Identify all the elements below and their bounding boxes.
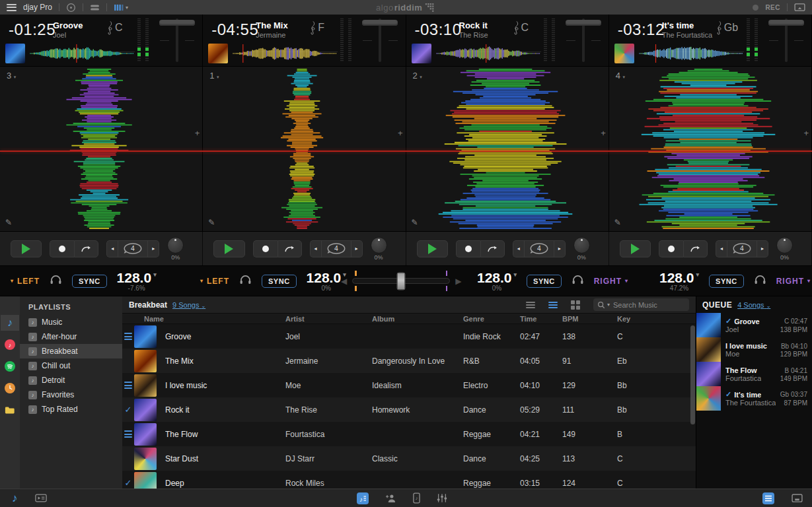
rail-item-files[interactable] — [1, 402, 19, 418]
table-row[interactable]: ✓ Deep Rock Miles Reggae 03:15 124 C — [122, 471, 696, 489]
playlist-item-music[interactable]: ♪ Music — [20, 315, 122, 329]
column-time[interactable]: Time — [520, 315, 562, 323]
loop-halve-button[interactable]: ◂ — [310, 240, 321, 257]
play-button[interactable] — [11, 240, 42, 257]
headphone-cue-icon[interactable] — [754, 275, 766, 287]
zoom-plus-icon[interactable]: + — [803, 128, 809, 138]
deck-mini-waveform[interactable] — [435, 44, 542, 63]
cue-button[interactable] — [659, 240, 683, 257]
rail-item-music-library[interactable]: ♪ — [1, 315, 19, 331]
table-row[interactable]: I love music Moe Idealism Electro 04:10 … — [122, 373, 696, 397]
play-button[interactable] — [417, 240, 448, 257]
bounce-button[interactable] — [683, 240, 708, 257]
bounce-button[interactable] — [277, 240, 302, 257]
waveform-panel[interactable]: 1 ▾ + ✎ — [203, 67, 406, 231]
deck-mini-waveform[interactable] — [638, 44, 745, 63]
bounce-button[interactable] — [74, 240, 98, 257]
dj-profile-icon[interactable] — [385, 494, 396, 503]
cue-button[interactable] — [253, 240, 277, 257]
filter-knob[interactable] — [371, 237, 387, 254]
table-row[interactable]: ✓ Rock it The Rise Homework Dance 05:29 … — [122, 397, 696, 422]
loop-button[interactable]: 4 — [524, 240, 554, 257]
loop-double-button[interactable]: ▸ — [351, 240, 363, 257]
menu-icon[interactable] — [7, 4, 17, 11]
loop-button[interactable]: 4 — [321, 240, 351, 257]
output-side-dropdown[interactable]: ▾LEFT — [11, 277, 40, 286]
table-scrollbar[interactable] — [690, 325, 695, 424]
table-row[interactable]: The Flow Fourtastica Reggae 04:21 149 B — [122, 422, 696, 446]
rail-item-itunes[interactable]: ♪ — [1, 337, 19, 353]
queue-item[interactable]: ✓Groove C 02:47 Joel 138 BPM — [696, 313, 812, 337]
column-genre[interactable]: Genre — [463, 315, 520, 323]
sync-button[interactable]: SYNC — [527, 275, 562, 288]
column-album[interactable]: Album — [372, 315, 463, 323]
search-input[interactable] — [612, 300, 685, 310]
automix-icon[interactable] — [35, 494, 47, 502]
headphone-cue-icon[interactable] — [239, 275, 252, 287]
music-source-active-icon[interactable]: ♪ — [357, 492, 369, 504]
loop-halve-button[interactable]: ◂ — [513, 240, 524, 257]
pitch-fader-handle[interactable] — [768, 20, 804, 26]
bpm-display[interactable]: 128.0▾47.2% — [659, 271, 699, 292]
zoom-plus-icon[interactable]: + — [398, 128, 403, 138]
loop-halve-button[interactable]: ◂ — [716, 240, 727, 257]
detail-view-icon[interactable] — [544, 302, 562, 308]
mobile-device-icon[interactable]: ♪ — [413, 492, 420, 504]
playlist-item-detroit[interactable]: ♪ Detroit — [20, 373, 122, 388]
cue-button[interactable] — [456, 240, 480, 257]
loop-button[interactable]: 4 — [118, 240, 148, 257]
deck-mini-waveform[interactable] — [29, 44, 136, 63]
playlist-item-top-rated[interactable]: ♪ Top Rated — [20, 402, 122, 417]
output-side-dropdown[interactable]: RIGHT▾ — [594, 277, 628, 286]
table-row[interactable]: Star Dust DJ Starr Classic Dance 04:25 1… — [122, 446, 696, 471]
column-name[interactable]: Name — [134, 315, 285, 323]
headphone-cue-icon[interactable] — [50, 275, 62, 287]
queue-item[interactable]: ✓The Flow B 04:21 Fourtastica 149 BPM — [696, 362, 812, 386]
edit-beatgrid-icon[interactable]: ✎ — [614, 218, 621, 227]
crossfader-handle[interactable] — [397, 272, 406, 290]
filter-knob[interactable] — [573, 237, 590, 254]
queue-item[interactable]: ✓It's time Gb 03:37 The Fourtastica 87 B… — [696, 386, 812, 411]
grid-view-icon[interactable] — [567, 300, 584, 310]
playlist-item-after-hour[interactable]: ♪ After-hour — [20, 329, 122, 344]
search-scope-caret[interactable]: ▾ — [607, 302, 610, 308]
crossfader-right-arrow-icon[interactable]: ▶ — [455, 277, 461, 286]
output-side-dropdown[interactable]: ▾LEFT — [200, 277, 229, 286]
settings-target-icon[interactable] — [66, 3, 76, 13]
view-mode-icon[interactable]: ▾ — [114, 4, 128, 11]
display-output-icon[interactable] — [792, 494, 803, 502]
playlist-item-chill-out[interactable]: ♪ Chill out — [20, 358, 122, 373]
waveform-panel[interactable]: 3 ▾ + ✎ — [0, 67, 203, 231]
deck-number-dropdown[interactable]: 2 ▾ — [413, 71, 422, 81]
list-view-icon[interactable] — [522, 302, 539, 308]
rail-item-spotify[interactable] — [1, 358, 19, 374]
bpm-display[interactable]: 128.0▾-7.6% — [117, 271, 157, 292]
deck-layout-icon[interactable] — [90, 4, 100, 11]
zoom-plus-icon[interactable]: + — [601, 128, 606, 138]
sync-button[interactable]: SYNC — [262, 275, 297, 288]
headphone-cue-icon[interactable] — [572, 275, 584, 287]
column-bpm[interactable]: BPM — [562, 315, 617, 323]
bpm-display[interactable]: 128.0▾0% — [477, 271, 517, 292]
edit-beatgrid-icon[interactable]: ✎ — [412, 218, 418, 227]
edit-beatgrid-icon[interactable]: ✎ — [208, 218, 215, 227]
midi-faders-icon[interactable] — [437, 493, 447, 503]
play-button[interactable] — [213, 240, 244, 257]
queue-item[interactable]: ✓I love music Bb 04:10 Moe 129 BPM — [696, 337, 812, 362]
external-display-icon[interactable] — [794, 3, 805, 11]
playlist-item-breakbeat[interactable]: ♪ Breakbeat — [20, 344, 122, 358]
deck-mini-waveform[interactable] — [232, 44, 339, 63]
sync-button[interactable]: SYNC — [709, 275, 744, 288]
queue-count-dropdown[interactable]: 4 Songs ⌄ — [737, 301, 770, 309]
column-artist[interactable]: Artist — [285, 315, 372, 323]
waveform-panel[interactable]: 2 ▾ + ✎ — [406, 67, 609, 231]
loop-double-button[interactable]: ▸ — [148, 240, 159, 257]
crossfader-track[interactable] — [352, 278, 450, 284]
column-key[interactable]: Key — [617, 315, 696, 323]
waveform-panel[interactable]: 4 ▾ + ✎ — [609, 67, 812, 231]
deck-number-dropdown[interactable]: 4 ▾ — [616, 71, 625, 81]
deck-number-dropdown[interactable]: 3 ▾ — [7, 71, 16, 81]
loop-double-button[interactable]: ▸ — [757, 240, 768, 257]
playlist-item-favorites[interactable]: ♪ Favorites — [20, 388, 122, 402]
edit-beatgrid-icon[interactable]: ✎ — [5, 218, 12, 227]
